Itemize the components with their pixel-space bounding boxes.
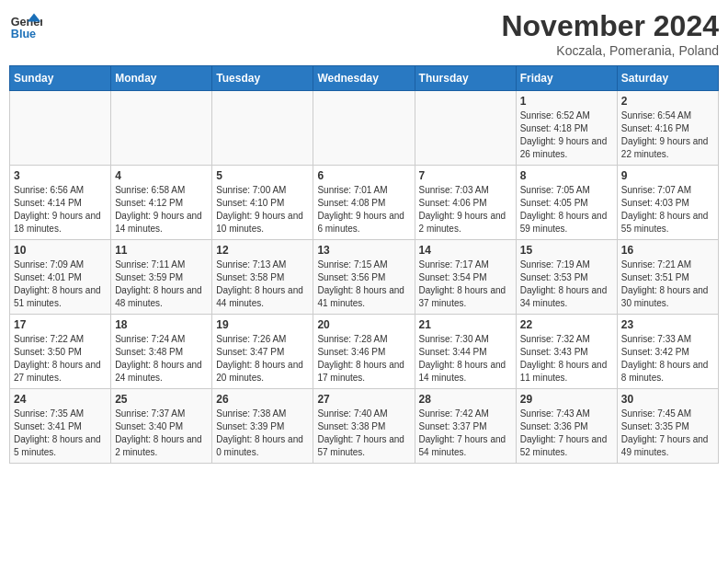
calendar-day-cell: 10Sunrise: 7:09 AM Sunset: 4:01 PM Dayli… [10,240,111,315]
logo-icon: General Blue [9,9,42,42]
calendar-day-cell: 28Sunrise: 7:42 AM Sunset: 3:37 PM Dayli… [415,389,516,464]
day-number: 10 [14,244,107,257]
month-title: November 2024 [501,9,719,43]
day-number: 19 [216,318,309,331]
calendar-day-cell: 8Sunrise: 7:05 AM Sunset: 4:05 PM Daylig… [516,166,617,240]
day-number: 26 [216,393,309,406]
calendar-day-cell: 20Sunrise: 7:28 AM Sunset: 3:46 PM Dayli… [313,315,415,389]
calendar-day-cell: 25Sunrise: 7:37 AM Sunset: 3:40 PM Dayli… [111,389,212,464]
day-number: 6 [317,169,410,182]
calendar-day-cell [313,91,415,166]
day-number: 28 [419,393,512,406]
day-number: 17 [14,318,107,331]
day-number: 2 [621,95,714,108]
day-info: Sunrise: 7:22 AM Sunset: 3:50 PM Dayligh… [14,333,107,385]
calendar-day-cell: 5Sunrise: 7:00 AM Sunset: 4:10 PM Daylig… [212,166,313,240]
day-info: Sunrise: 7:37 AM Sunset: 3:40 PM Dayligh… [115,408,208,459]
weekday-header: Thursday [415,66,516,91]
weekday-header-row: SundayMondayTuesdayWednesdayThursdayFrid… [10,66,719,91]
day-number: 3 [14,169,107,182]
day-info: Sunrise: 7:13 AM Sunset: 3:58 PM Dayligh… [216,259,309,310]
day-number: 21 [419,318,512,331]
calendar-week-row: 3Sunrise: 6:56 AM Sunset: 4:14 PM Daylig… [10,166,719,240]
calendar-day-cell: 3Sunrise: 6:56 AM Sunset: 4:14 PM Daylig… [10,166,111,240]
calendar-day-cell: 29Sunrise: 7:43 AM Sunset: 3:36 PM Dayli… [516,389,617,464]
day-number: 5 [216,169,309,182]
calendar-day-cell: 11Sunrise: 7:11 AM Sunset: 3:59 PM Dayli… [111,240,212,315]
day-number: 4 [115,169,208,182]
day-number: 1 [520,95,613,108]
logo: General Blue [9,9,42,42]
calendar-day-cell: 27Sunrise: 7:40 AM Sunset: 3:38 PM Dayli… [313,389,415,464]
day-info: Sunrise: 7:00 AM Sunset: 4:10 PM Dayligh… [216,184,309,236]
calendar-day-cell: 19Sunrise: 7:26 AM Sunset: 3:47 PM Dayli… [212,315,313,389]
calendar-day-cell: 14Sunrise: 7:17 AM Sunset: 3:54 PM Dayli… [415,240,516,315]
calendar-table: SundayMondayTuesdayWednesdayThursdayFrid… [9,65,719,464]
weekday-header: Friday [516,66,617,91]
day-number: 29 [520,393,613,406]
calendar-day-cell [415,91,516,166]
header: General Blue November 2024 Koczala, Pome… [9,9,719,58]
day-number: 7 [419,169,512,182]
calendar-day-cell: 24Sunrise: 7:35 AM Sunset: 3:41 PM Dayli… [10,389,111,464]
calendar-week-row: 10Sunrise: 7:09 AM Sunset: 4:01 PM Dayli… [10,240,719,315]
calendar-day-cell: 9Sunrise: 7:07 AM Sunset: 4:03 PM Daylig… [617,166,718,240]
weekday-header: Sunday [10,66,111,91]
day-number: 24 [14,393,107,406]
day-info: Sunrise: 7:30 AM Sunset: 3:44 PM Dayligh… [419,333,512,385]
calendar-day-cell: 7Sunrise: 7:03 AM Sunset: 4:06 PM Daylig… [415,166,516,240]
weekday-header: Monday [111,66,212,91]
day-info: Sunrise: 7:33 AM Sunset: 3:42 PM Dayligh… [621,333,714,385]
day-info: Sunrise: 7:24 AM Sunset: 3:48 PM Dayligh… [115,333,208,385]
calendar-day-cell: 21Sunrise: 7:30 AM Sunset: 3:44 PM Dayli… [415,315,516,389]
calendar-day-cell: 30Sunrise: 7:45 AM Sunset: 3:35 PM Dayli… [617,389,718,464]
day-info: Sunrise: 6:58 AM Sunset: 4:12 PM Dayligh… [115,184,208,236]
day-number: 16 [621,244,714,257]
day-info: Sunrise: 6:56 AM Sunset: 4:14 PM Dayligh… [14,184,107,236]
calendar-day-cell: 2Sunrise: 6:54 AM Sunset: 4:16 PM Daylig… [617,91,718,166]
calendar-day-cell: 12Sunrise: 7:13 AM Sunset: 3:58 PM Dayli… [212,240,313,315]
svg-text:Blue: Blue [11,28,36,40]
calendar-day-cell: 13Sunrise: 7:15 AM Sunset: 3:56 PM Dayli… [313,240,415,315]
day-info: Sunrise: 7:11 AM Sunset: 3:59 PM Dayligh… [115,259,208,310]
day-info: Sunrise: 7:17 AM Sunset: 3:54 PM Dayligh… [419,259,512,310]
day-number: 20 [317,318,410,331]
calendar-day-cell [111,91,212,166]
day-number: 25 [115,393,208,406]
day-info: Sunrise: 7:40 AM Sunset: 3:38 PM Dayligh… [317,408,410,459]
calendar-day-cell: 22Sunrise: 7:32 AM Sunset: 3:43 PM Dayli… [516,315,617,389]
day-number: 15 [520,244,613,257]
day-number: 27 [317,393,410,406]
day-info: Sunrise: 7:19 AM Sunset: 3:53 PM Dayligh… [520,259,613,310]
calendar-day-cell: 16Sunrise: 7:21 AM Sunset: 3:51 PM Dayli… [617,240,718,315]
day-info: Sunrise: 7:43 AM Sunset: 3:36 PM Dayligh… [520,408,613,459]
calendar-day-cell [10,91,111,166]
day-info: Sunrise: 7:01 AM Sunset: 4:08 PM Dayligh… [317,184,410,236]
day-info: Sunrise: 6:54 AM Sunset: 4:16 PM Dayligh… [621,109,714,161]
day-number: 8 [520,169,613,182]
calendar-day-cell: 17Sunrise: 7:22 AM Sunset: 3:50 PM Dayli… [10,315,111,389]
day-number: 23 [621,318,714,331]
day-number: 13 [317,244,410,257]
day-number: 14 [419,244,512,257]
day-info: Sunrise: 7:05 AM Sunset: 4:05 PM Dayligh… [520,184,613,236]
day-info: Sunrise: 7:42 AM Sunset: 3:37 PM Dayligh… [419,408,512,459]
day-info: Sunrise: 7:07 AM Sunset: 4:03 PM Dayligh… [621,184,714,236]
weekday-header: Wednesday [313,66,415,91]
calendar-day-cell [212,91,313,166]
calendar-week-row: 17Sunrise: 7:22 AM Sunset: 3:50 PM Dayli… [10,315,719,389]
calendar-week-row: 1Sunrise: 6:52 AM Sunset: 4:18 PM Daylig… [10,91,719,166]
day-number: 30 [621,393,714,406]
weekday-header: Saturday [617,66,718,91]
day-number: 22 [520,318,613,331]
day-info: Sunrise: 7:09 AM Sunset: 4:01 PM Dayligh… [14,259,107,310]
day-number: 11 [115,244,208,257]
day-info: Sunrise: 7:32 AM Sunset: 3:43 PM Dayligh… [520,333,613,385]
day-info: Sunrise: 7:03 AM Sunset: 4:06 PM Dayligh… [419,184,512,236]
title-block: November 2024 Koczala, Pomerania, Poland [501,9,719,58]
day-info: Sunrise: 6:52 AM Sunset: 4:18 PM Dayligh… [520,109,613,161]
day-info: Sunrise: 7:28 AM Sunset: 3:46 PM Dayligh… [317,333,410,385]
day-info: Sunrise: 7:26 AM Sunset: 3:47 PM Dayligh… [216,333,309,385]
day-number: 12 [216,244,309,257]
calendar-day-cell: 4Sunrise: 6:58 AM Sunset: 4:12 PM Daylig… [111,166,212,240]
